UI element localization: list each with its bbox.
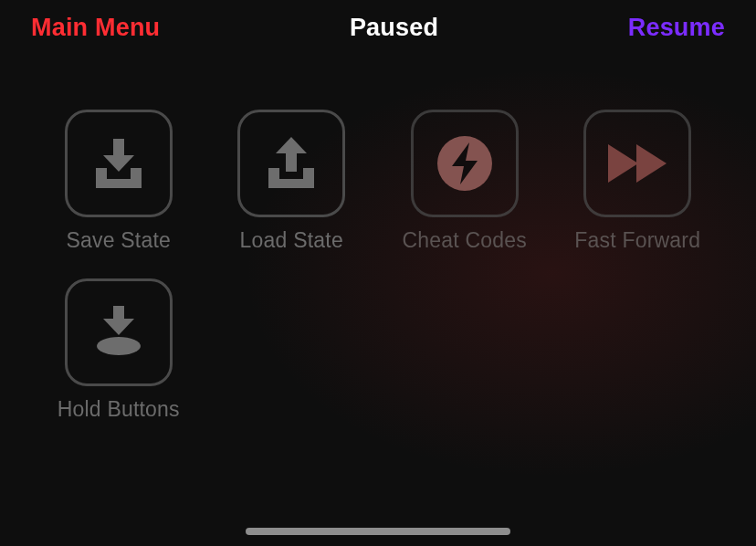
save-state-tile	[65, 110, 173, 217]
home-indicator[interactable]	[246, 528, 510, 535]
svg-rect-4	[96, 179, 142, 188]
hold-buttons-tile	[65, 278, 173, 386]
hold-buttons-label: Hold Buttons	[58, 397, 180, 422]
svg-rect-9	[268, 179, 314, 188]
svg-marker-1	[103, 155, 134, 172]
cheat-codes-label: Cheat Codes	[403, 228, 527, 253]
load-state-label: Load State	[240, 228, 343, 253]
load-state-button[interactable]: Load State	[214, 110, 371, 253]
svg-rect-14	[113, 306, 124, 320]
fast-forward-label: Fast Forward	[574, 228, 700, 253]
cheat-codes-button[interactable]: Cheat Codes	[386, 110, 543, 253]
svg-rect-0	[113, 139, 124, 157]
pause-title: Paused	[350, 14, 438, 42]
cheat-codes-tile	[411, 110, 519, 217]
pause-actions-grid: Save State Load State	[0, 46, 756, 422]
svg-marker-5	[276, 137, 307, 153]
load-state-tile	[237, 110, 345, 217]
svg-rect-6	[286, 152, 297, 172]
download-tray-icon	[89, 133, 149, 194]
main-menu-button[interactable]: Main Menu	[31, 14, 160, 42]
hold-buttons-button[interactable]: Hold Buttons	[40, 278, 197, 422]
resume-button[interactable]: Resume	[628, 14, 725, 42]
save-state-button[interactable]: Save State	[40, 110, 197, 253]
svg-marker-12	[608, 144, 638, 183]
press-button-icon	[87, 300, 151, 364]
svg-marker-13	[636, 144, 667, 183]
svg-marker-15	[103, 319, 134, 335]
pause-header: Main Menu Paused Resume	[0, 0, 756, 46]
svg-point-16	[97, 337, 141, 355]
lightning-badge-icon	[432, 131, 498, 196]
fast-forward-icon	[602, 137, 673, 190]
fast-forward-tile	[583, 110, 691, 217]
save-state-label: Save State	[66, 228, 171, 253]
fast-forward-button[interactable]: Fast Forward	[560, 110, 717, 253]
upload-tray-icon	[261, 133, 321, 194]
